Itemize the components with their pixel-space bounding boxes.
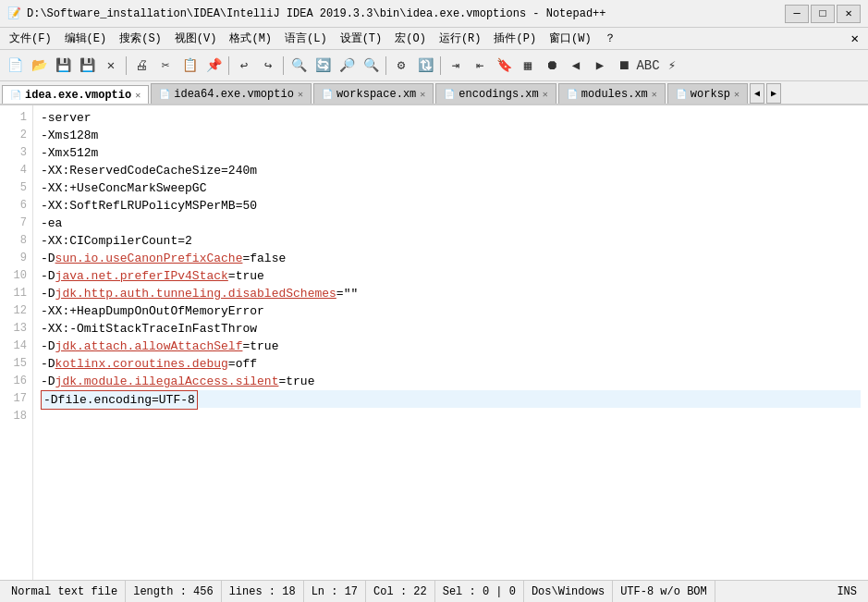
tab-close-4[interactable]: ✕: [543, 89, 548, 100]
zoom-in-button[interactable]: 🔎: [336, 55, 358, 77]
code-line-7: -ea: [41, 215, 861, 232]
code-line-11: -Djdk.http.auth.tunneling.disabledScheme…: [41, 285, 861, 302]
tab-label-5: modules.xm: [581, 88, 648, 101]
tab-icon-2: 📄: [159, 89, 170, 100]
tab-scroll-right[interactable]: ▶: [766, 83, 781, 104]
tab-label-1: idea.exe.vmoptio: [25, 89, 131, 102]
line-num-10: 10: [0, 267, 32, 285]
menu-file[interactable]: 文件(F): [4, 29, 57, 48]
print-button[interactable]: 🖨: [130, 55, 153, 77]
abc-button[interactable]: ABC: [637, 55, 659, 77]
macro-button[interactable]: ⚙: [390, 55, 412, 77]
sync-button[interactable]: 🔃: [414, 55, 436, 77]
bookmark-button[interactable]: 🔖: [493, 55, 515, 77]
maximize-button[interactable]: □: [811, 5, 835, 23]
line-num-11: 11: [0, 285, 32, 302]
menu-settings[interactable]: 设置(T): [335, 29, 388, 48]
tab-label-4: encodings.xm: [458, 88, 538, 101]
save-button[interactable]: 💾: [52, 55, 74, 77]
title-bar: 📝 D:\Software_installation\IDEA\IntelliJ…: [0, 0, 868, 28]
zoom-out-button[interactable]: 🔍: [360, 55, 382, 77]
toolbar-separator-3: [283, 56, 284, 75]
line-num-16: 16: [0, 373, 32, 390]
line-numbers: 1 2 3 4 5 6 7 8 9 10 11 12 13 14 15 16 1…: [0, 105, 33, 580]
tab-workspace2[interactable]: 📄 worksp ✕: [667, 83, 748, 104]
menu-format[interactable]: 格式(M): [224, 29, 277, 48]
stop-button[interactable]: ⏹: [613, 55, 635, 77]
status-line-ending: Dos\Windows: [524, 581, 613, 602]
status-encoding: UTF-8 w/o BOM: [613, 581, 715, 602]
tab-close-6[interactable]: ✕: [734, 89, 740, 100]
prev-button[interactable]: ◀: [565, 55, 587, 77]
next-button[interactable]: ▶: [589, 55, 611, 77]
copy-button[interactable]: 📋: [178, 55, 201, 77]
tab-encodings[interactable]: 📄 encodings.xm ✕: [435, 83, 556, 104]
record-button[interactable]: ⏺: [541, 55, 563, 77]
menu-help[interactable]: ？: [599, 29, 621, 48]
tab-icon-3: 📄: [322, 89, 333, 100]
menu-edit[interactable]: 编辑(E): [59, 29, 113, 48]
line-num-6: 6: [0, 197, 32, 215]
window-controls: — □ ✕: [785, 5, 861, 23]
menu-run[interactable]: 运行(R): [434, 29, 487, 48]
tab-close-2[interactable]: ✕: [298, 89, 303, 100]
menu-window[interactable]: 窗口(W): [544, 29, 597, 48]
close-document-button[interactable]: ✕: [846, 31, 864, 46]
cut-button[interactable]: ✂: [154, 55, 177, 77]
indent-button[interactable]: ⇥: [445, 55, 467, 77]
undo-button[interactable]: ↩: [233, 55, 255, 77]
code-line-12: -XX:+HeapDumpOnOutOfMemoryError: [41, 302, 861, 320]
extra-button[interactable]: ⚡: [661, 55, 683, 77]
replace-button[interactable]: 🔄: [312, 55, 334, 77]
menu-view[interactable]: 视图(V): [169, 29, 223, 48]
line-num-8: 8: [0, 232, 32, 250]
code-line-5: -XX:+UseConcMarkSweepGC: [41, 179, 861, 197]
minimize-button[interactable]: —: [785, 5, 809, 23]
app-icon: 📝: [7, 6, 21, 20]
menu-language[interactable]: 语言(L): [279, 29, 333, 48]
tab-icon-5: 📄: [567, 89, 578, 100]
save-all-button[interactable]: 💾: [76, 55, 98, 77]
line-num-4: 4: [0, 162, 32, 179]
menu-plugins[interactable]: 插件(P): [488, 29, 542, 48]
window-title: D:\Software_installation\IDEA\IntelliJ I…: [27, 7, 606, 20]
line-num-18: 18: [0, 408, 32, 425]
tab-close-1[interactable]: ✕: [135, 90, 141, 101]
status-ln: Ln : 17: [304, 581, 366, 602]
close-button[interactable]: ✕: [100, 55, 122, 77]
line-num-3: 3: [0, 144, 32, 162]
tab-workspace[interactable]: 📄 workspace.xm ✕: [313, 83, 434, 104]
tab-idea64-vmoptions[interactable]: 📄 idea64.exe.vmoptio ✕: [151, 83, 312, 104]
outdent-button[interactable]: ⇤: [469, 55, 491, 77]
menu-macro[interactable]: 宏(O): [389, 29, 432, 48]
menu-bar: 文件(F) 编辑(E) 搜索(S) 视图(V) 格式(M) 语言(L) 设置(T…: [0, 28, 868, 50]
panel-button[interactable]: ▦: [517, 55, 539, 77]
status-file-type: Normal text file: [4, 581, 126, 602]
line-num-17: 17: [0, 390, 32, 408]
code-line-18: [41, 408, 861, 425]
tab-idea-vmoptions[interactable]: 📄 idea.exe.vmoptio ✕: [2, 85, 149, 105]
close-window-button[interactable]: ✕: [837, 5, 861, 23]
redo-button[interactable]: ↪: [257, 55, 279, 77]
toolbar-separator-2: [228, 56, 229, 75]
toolbar-separator-5: [440, 56, 441, 75]
open-file-button[interactable]: 📂: [28, 55, 50, 77]
new-file-button[interactable]: 📄: [4, 55, 26, 77]
tab-modules[interactable]: 📄 modules.xm ✕: [558, 83, 666, 104]
status-length: length : 456: [126, 581, 221, 602]
menu-search[interactable]: 搜索(S): [114, 29, 167, 48]
code-line-2: -Xms128m: [41, 127, 861, 144]
tab-icon-4: 📄: [444, 89, 455, 100]
tab-label-2: idea64.exe.vmoptio: [174, 88, 294, 101]
code-editor[interactable]: -server -Xms128m -Xmx512m -XX:ReservedCo…: [33, 105, 868, 580]
tab-close-3[interactable]: ✕: [420, 89, 425, 100]
find-button[interactable]: 🔍: [287, 55, 310, 77]
tab-scroll-left[interactable]: ◀: [750, 83, 764, 104]
code-line-16: -Djdk.module.illegalAccess.silent=true: [41, 373, 861, 390]
paste-button[interactable]: 📌: [202, 55, 225, 77]
code-line-1: -server: [41, 109, 861, 127]
code-line-6: -XX:SoftRefLRUPolicyMSPerMB=50: [41, 197, 861, 215]
tab-close-5[interactable]: ✕: [652, 89, 657, 100]
toolbar-separator-1: [126, 56, 127, 75]
toolbar: 📄 📂 💾 💾 ✕ 🖨 ✂ 📋 📌 ↩ ↪ 🔍 🔄 🔎 🔍 ⚙ 🔃 ⇥ ⇤ 🔖 …: [0, 50, 868, 81]
